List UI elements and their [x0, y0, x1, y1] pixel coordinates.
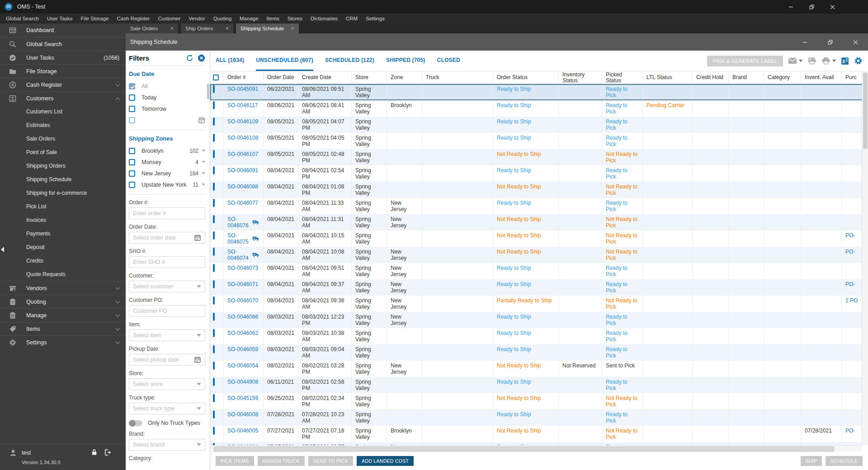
order-link[interactable]: SO-0046073 — [227, 265, 258, 271]
filter-input-customer-po[interactable]: Customer PO — [129, 305, 205, 317]
sidebar-item-settings[interactable]: Settings — [0, 335, 126, 349]
purchase-order-link[interactable]: PO- — [845, 281, 855, 287]
chevron-down-icon[interactable] — [202, 161, 205, 163]
row-checkbox[interactable] — [213, 378, 215, 386]
table-row[interactable]: SO-004600807/28/202107/28/2021 10:23 AMS… — [210, 409, 864, 426]
sidebar-item-customers-list[interactable]: Customers List — [0, 105, 126, 118]
table-row[interactable]: SO-004608808/04/202108/04/2021 01:08 PMS… — [210, 182, 864, 198]
row-checkbox[interactable] — [213, 248, 215, 256]
sidebar-item-shipping-schedule[interactable]: Shipping Schedule — [0, 173, 126, 186]
order-link[interactable]: SO-0046077 — [227, 200, 258, 206]
sidebar-item-user-tasks[interactable]: User Tasks(1056) — [0, 51, 126, 64]
order-link[interactable]: SO-0046091 — [227, 167, 258, 174]
row-checkbox[interactable] — [213, 345, 215, 353]
table-row[interactable]: SO-004509106/22/202108/06/2021 09:51 AMS… — [210, 84, 864, 100]
row-checkbox[interactable] — [213, 134, 215, 142]
refresh-icon[interactable] — [186, 54, 193, 62]
order-link[interactable]: SO-0046076 — [227, 216, 250, 229]
table-row[interactable]: SO-004610808/05/202108/05/2021 04:05 PMS… — [210, 133, 864, 149]
filter-input-brand[interactable]: Select brand — [129, 439, 205, 451]
sidebar-item-sale-orders[interactable]: Sale Orders — [0, 132, 126, 146]
due-date-option-all[interactable]: All — [129, 80, 205, 92]
table-row[interactable]: SO-004607708/04/202108/04/2021 11:33 AMS… — [210, 198, 864, 214]
chevron-down-icon[interactable] — [202, 183, 205, 186]
table-row[interactable]: SO-004607508/04/202108/04/2021 10:15 AMS… — [210, 230, 864, 247]
order-link[interactable]: SO-0046066 — [227, 314, 258, 320]
vertical-scrollbar-thumb[interactable] — [863, 73, 868, 149]
sidebar-item-items[interactable]: Items — [0, 322, 126, 335]
due-date-option-custom-date[interactable] — [129, 114, 205, 126]
sidebar-item-deposit[interactable]: Deposit — [0, 240, 126, 254]
sidebar-item-vendors[interactable]: Vendors — [0, 281, 126, 295]
row-checkbox[interactable] — [213, 215, 215, 223]
table-row[interactable]: SO-004607308/04/202108/04/2021 09:51 AMS… — [210, 263, 864, 279]
due-date-option-today[interactable]: Today — [129, 92, 205, 103]
order-link[interactable]: SO-0046071 — [227, 281, 258, 287]
order-link[interactable]: SO-0046109 — [227, 118, 258, 125]
menu-global-search[interactable]: Global Search — [2, 16, 43, 21]
row-checkbox[interactable] — [213, 118, 215, 126]
row-checkbox[interactable] — [213, 329, 215, 337]
order-link[interactable]: SO-0046088 — [227, 183, 258, 190]
table-row[interactable]: SO-004600107/27/202107/27/2021 02:57 PMS… — [210, 442, 864, 445]
table-row[interactable]: SO-004611708/06/202108/06/2021 08:41 AMS… — [210, 100, 864, 117]
row-checkbox[interactable] — [213, 166, 215, 174]
order-link[interactable]: SO-0046008 — [227, 411, 258, 418]
sidebar-collapse-arrow[interactable] — [1, 247, 4, 252]
menu-user-tasks[interactable]: User Tasks — [43, 16, 77, 21]
menu-crm[interactable]: CRM — [342, 16, 362, 21]
tab-ship-orders[interactable]: Ship Orders× — [181, 24, 233, 33]
inner-close-button[interactable] — [843, 33, 868, 51]
close-tab-icon[interactable]: × — [226, 26, 229, 31]
send-to-pick-button[interactable]: SEND TO PICK — [308, 456, 353, 466]
horizontal-scrollbar-thumb[interactable] — [214, 446, 834, 451]
menu-manage[interactable]: Manage — [236, 16, 263, 21]
pick-generate-label-button[interactable]: PICK & GENERATE LABEL — [707, 56, 783, 66]
logout-icon[interactable] — [104, 449, 111, 456]
maximize-button[interactable] — [801, 0, 822, 14]
chevron-down-icon[interactable] — [202, 150, 205, 152]
zone-option-monsey[interactable]: Monsey4 — [129, 156, 205, 168]
toggle-pill[interactable] — [129, 420, 142, 426]
menu-quoting[interactable]: Quoting — [209, 16, 236, 21]
order-link[interactable]: SO-0045091 — [227, 86, 258, 92]
order-link[interactable]: SO-0046117 — [227, 102, 258, 108]
table-row[interactable]: SO-004607408/04/202108/04/2021 10:08 AMS… — [210, 247, 864, 263]
lock-icon[interactable] — [91, 449, 98, 456]
purchase-order-link[interactable]: 2 PO — [845, 297, 858, 304]
sidebar-item-shipping-for-e-commerce[interactable]: Shipping for e-commerce — [0, 186, 126, 200]
menu-cash-register[interactable]: Cash Register — [113, 16, 154, 21]
email-button[interactable] — [788, 57, 802, 65]
checkbox[interactable] — [129, 106, 135, 112]
checkbox[interactable] — [129, 170, 135, 177]
quick-print-button[interactable] — [807, 57, 816, 65]
grid-tab-closed[interactable]: CLOSED — [437, 51, 460, 71]
table-row[interactable]: SO-004607108/04/202108/04/2021 09:37 AMS… — [210, 279, 864, 296]
table-row[interactable]: SO-004600507/27/202107/27/2021 07:18 PMS… — [210, 426, 864, 442]
sidebar-item-invoices[interactable]: Invoices — [0, 213, 126, 227]
filters-scrollbar-thumb[interactable] — [207, 84, 209, 99]
assign-truck-button[interactable]: ASSIGN TRUCK — [258, 456, 305, 466]
table-row[interactable]: SO-004605408/02/202108/02/2021 03:28 PMS… — [210, 361, 864, 377]
row-checkbox[interactable] — [213, 394, 215, 402]
menu-settings[interactable]: Settings — [362, 16, 389, 21]
row-checkbox[interactable] — [213, 85, 215, 93]
menu-stores[interactable]: Stores — [283, 16, 307, 21]
inner-minimize-button[interactable] — [792, 33, 817, 51]
row-checkbox[interactable] — [213, 296, 215, 305]
sidebar-item-quoting[interactable]: Quoting — [0, 295, 126, 308]
table-row[interactable]: SO-004605908/03/202108/03/2021 09:04 AMS… — [210, 344, 864, 361]
zone-option-brooklyn[interactable]: Brooklyn102 — [129, 145, 205, 156]
sidebar-item-pick-list[interactable]: Pick List — [0, 200, 126, 213]
filter-input-item[interactable]: Select item — [129, 329, 205, 341]
row-checkbox[interactable] — [213, 183, 215, 191]
inner-restore-button[interactable] — [817, 33, 843, 51]
checkbox[interactable] — [129, 182, 135, 188]
order-link[interactable]: SO-0046070 — [227, 297, 258, 304]
table-row[interactable]: SO-004610708/05/202108/05/2021 02:48 PMS… — [210, 149, 864, 165]
table-row[interactable]: SO-004607008/04/202108/04/2021 09:36 AMS… — [210, 296, 864, 312]
order-link[interactable]: SO-0046054 — [227, 362, 258, 369]
order-link[interactable]: SO-0046059 — [227, 346, 258, 352]
purchase-order-link[interactable]: PO- — [845, 249, 855, 255]
checkbox[interactable] — [129, 148, 135, 154]
